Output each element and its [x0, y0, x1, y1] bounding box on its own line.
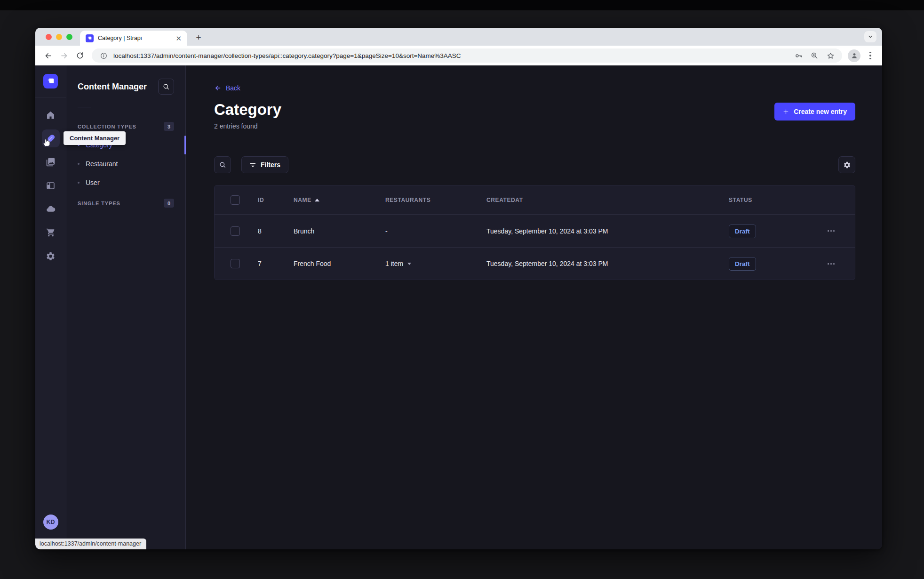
cell-restaurants[interactable]: 1 item	[385, 260, 486, 267]
select-all-checkbox[interactable]	[231, 195, 240, 205]
browser-profile-avatar[interactable]	[848, 49, 860, 62]
create-new-entry-button[interactable]: Create new entry	[774, 103, 855, 121]
layout-icon	[46, 181, 56, 191]
search-icon	[219, 161, 226, 169]
cell-createdat: Tuesday, September 10, 2024 at 3:03 PM	[486, 260, 729, 267]
home-icon	[46, 110, 56, 120]
view-settings-button[interactable]	[838, 156, 855, 173]
filters-button[interactable]: Filters	[241, 156, 288, 173]
address-bar[interactable]: localhost:1337/admin/content-manager/col…	[92, 48, 842, 63]
divider	[78, 107, 91, 107]
create-new-entry-label: Create new entry	[794, 108, 847, 115]
user-avatar[interactable]: KD	[43, 515, 58, 530]
forward-arrow-icon	[60, 51, 69, 60]
marketplace-nav-button[interactable]	[42, 224, 60, 241]
status-bar-link-preview: localhost:1337/admin/content-manager	[35, 539, 146, 549]
status-badge: Draft	[729, 225, 756, 238]
table-row[interactable]: 7 French Food 1 item Tuesday, September …	[215, 247, 855, 280]
back-arrow-icon	[44, 51, 53, 60]
cell-id: 7	[258, 260, 294, 267]
row-actions-button[interactable]	[828, 263, 855, 265]
row-checkbox[interactable]	[231, 226, 240, 236]
subnav-item-label: Restaurant	[86, 160, 118, 168]
bullet-icon	[78, 182, 80, 184]
column-header-name[interactable]: NAME	[294, 197, 385, 203]
content-type-builder-nav-button[interactable]	[42, 177, 60, 194]
passwords-key-icon[interactable]	[792, 49, 805, 62]
images-icon	[46, 157, 56, 167]
bookmark-star-icon[interactable]	[824, 49, 836, 62]
bullet-icon	[78, 163, 80, 165]
person-icon	[851, 52, 858, 59]
single-types-label: SINGLE TYPES	[78, 201, 120, 206]
back-arrow-icon	[214, 84, 222, 92]
column-header-id[interactable]: ID	[258, 197, 294, 203]
browser-toolbar: localhost:1337/admin/content-manager/col…	[35, 46, 882, 65]
active-item-indicator	[184, 136, 186, 154]
cell-id: 8	[258, 227, 294, 235]
close-window-button[interactable]	[46, 34, 52, 40]
column-header-restaurants[interactable]: RESTAURANTS	[385, 197, 486, 203]
forward-nav-button[interactable]	[57, 48, 71, 63]
minimize-window-button[interactable]	[56, 34, 62, 40]
collection-types-label: COLLECTION TYPES	[78, 124, 136, 129]
cell-name: French Food	[294, 260, 385, 267]
deploy-cloud-nav-button[interactable]	[42, 200, 60, 218]
column-header-createdat[interactable]: CREATEDAT	[486, 197, 729, 203]
page-title: Category	[214, 101, 281, 118]
list-view-main: Back Category 2 entries found Create new…	[186, 65, 882, 549]
home-nav-button[interactable]	[42, 106, 60, 124]
url-text[interactable]: localhost:1337/admin/content-manager/col…	[113, 52, 789, 59]
subnav-search-button[interactable]	[158, 79, 174, 95]
maximize-window-button[interactable]	[66, 34, 72, 40]
cell-name: Brunch	[294, 227, 385, 235]
filter-icon	[249, 161, 256, 169]
tab-search-button[interactable]	[864, 31, 876, 42]
strapi-app: KD Content Manager COLLECTION TYPES 3 Ca…	[35, 65, 882, 549]
gear-icon	[843, 161, 851, 169]
collection-types-count-badge: 3	[164, 122, 174, 131]
strapi-logo[interactable]	[43, 74, 58, 88]
new-tab-button[interactable]: +	[193, 32, 204, 43]
search-icon	[162, 83, 170, 90]
settings-nav-button[interactable]	[42, 247, 60, 265]
status-badge: Draft	[729, 257, 756, 271]
entries-count: 2 entries found	[214, 122, 281, 130]
browser-menu-button[interactable]	[863, 48, 877, 63]
window-controls	[46, 34, 72, 40]
browser-tab[interactable]: Category | Strapi ✕	[80, 31, 187, 46]
row-checkbox[interactable]	[231, 259, 240, 268]
row-actions-button[interactable]	[828, 230, 855, 232]
tab-close-icon[interactable]: ✕	[175, 35, 183, 42]
media-library-nav-button[interactable]	[42, 153, 60, 171]
back-link[interactable]: Back	[214, 83, 240, 93]
subnav-item-label: User	[86, 179, 100, 186]
chevron-down-icon	[407, 263, 411, 265]
tab-title: Category | Strapi	[98, 35, 170, 41]
plus-icon	[783, 109, 789, 115]
sort-ascending-icon	[315, 199, 319, 201]
gear-icon	[46, 251, 56, 261]
subnav-title: Content Manager	[78, 82, 147, 92]
reload-icon	[76, 51, 84, 60]
filters-label: Filters	[261, 161, 280, 169]
browser-window: Category | Strapi ✕ + localhost:1337/adm…	[35, 28, 882, 549]
content-manager-tooltip: Content Manager	[64, 131, 126, 145]
back-nav-button[interactable]	[41, 48, 55, 63]
table-row[interactable]: 8 Brunch - Tuesday, September 10, 2024 a…	[215, 215, 855, 247]
column-header-status[interactable]: STATUS	[729, 197, 825, 203]
cell-restaurants: -	[385, 227, 486, 235]
zoom-icon[interactable]	[808, 49, 820, 62]
table-header-row: ID NAME RESTAURANTS CREATEDAT STATUS	[215, 185, 855, 215]
strapi-favicon	[86, 34, 94, 42]
reload-button[interactable]	[73, 48, 87, 63]
subnav-item-user[interactable]: User	[78, 173, 174, 192]
site-info-icon[interactable]	[97, 49, 110, 62]
back-label: Back	[226, 84, 240, 92]
cell-createdat: Tuesday, September 10, 2024 at 3:03 PM	[486, 227, 729, 235]
table-search-button[interactable]	[214, 156, 231, 173]
cart-icon	[46, 228, 56, 237]
subnav-item-restaurant[interactable]: Restaurant	[78, 154, 174, 173]
cloud-icon	[46, 204, 56, 214]
hand-cursor	[41, 137, 52, 147]
